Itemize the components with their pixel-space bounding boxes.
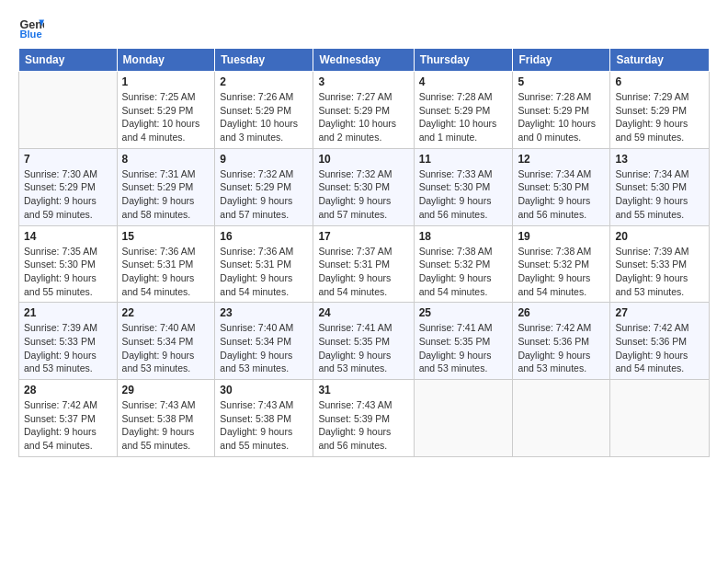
day-number: 8 bbox=[122, 153, 210, 166]
day-number: 18 bbox=[419, 230, 508, 243]
day-number: 24 bbox=[318, 306, 408, 319]
day-info: Sunrise: 7:41 AM Sunset: 5:35 PM Dayligh… bbox=[318, 321, 408, 375]
weekday-friday: Friday bbox=[513, 49, 610, 72]
day-info: Sunrise: 7:33 AM Sunset: 5:30 PM Dayligh… bbox=[419, 167, 508, 222]
day-info: Sunrise: 7:28 AM Sunset: 5:29 PM Dayligh… bbox=[419, 90, 508, 144]
day-info: Sunrise: 7:31 AM Sunset: 5:29 PM Dayligh… bbox=[122, 167, 210, 222]
day-number: 5 bbox=[518, 75, 605, 88]
day-cell bbox=[19, 72, 118, 149]
day-cell: 17Sunrise: 7:37 AM Sunset: 5:31 PM Dayli… bbox=[313, 225, 414, 303]
day-number: 9 bbox=[220, 153, 308, 166]
day-cell: 22Sunrise: 7:40 AM Sunset: 5:34 PM Dayli… bbox=[117, 303, 215, 380]
day-cell: 30Sunrise: 7:43 AM Sunset: 5:38 PM Dayli… bbox=[215, 380, 313, 457]
weekday-header-row: SundayMondayTuesdayWednesdayThursdayFrid… bbox=[19, 49, 710, 72]
day-info: Sunrise: 7:38 AM Sunset: 5:32 PM Dayligh… bbox=[419, 245, 508, 299]
day-cell: 2Sunrise: 7:26 AM Sunset: 5:29 PM Daylig… bbox=[215, 72, 313, 149]
day-info: Sunrise: 7:42 AM Sunset: 5:37 PM Dayligh… bbox=[24, 398, 112, 453]
day-cell bbox=[414, 380, 513, 457]
day-info: Sunrise: 7:25 AM Sunset: 5:29 PM Dayligh… bbox=[122, 90, 210, 144]
day-number: 7 bbox=[24, 153, 112, 166]
day-cell: 7Sunrise: 7:30 AM Sunset: 5:29 PM Daylig… bbox=[19, 148, 118, 225]
week-row-2: 7Sunrise: 7:30 AM Sunset: 5:29 PM Daylig… bbox=[19, 148, 710, 225]
calendar-table: SundayMondayTuesdayWednesdayThursdayFrid… bbox=[18, 48, 710, 457]
day-info: Sunrise: 7:32 AM Sunset: 5:29 PM Dayligh… bbox=[220, 167, 308, 222]
day-cell bbox=[513, 380, 610, 457]
day-cell: 15Sunrise: 7:36 AM Sunset: 5:31 PM Dayli… bbox=[117, 225, 215, 303]
day-info: Sunrise: 7:30 AM Sunset: 5:29 PM Dayligh… bbox=[24, 167, 112, 222]
day-cell: 25Sunrise: 7:41 AM Sunset: 5:35 PM Dayli… bbox=[414, 303, 513, 380]
day-info: Sunrise: 7:40 AM Sunset: 5:34 PM Dayligh… bbox=[122, 321, 210, 375]
day-cell: 28Sunrise: 7:42 AM Sunset: 5:37 PM Dayli… bbox=[19, 380, 118, 457]
weekday-sunday: Sunday bbox=[19, 49, 118, 72]
day-info: Sunrise: 7:36 AM Sunset: 5:31 PM Dayligh… bbox=[122, 245, 210, 299]
day-number: 28 bbox=[24, 384, 112, 396]
day-info: Sunrise: 7:28 AM Sunset: 5:29 PM Dayligh… bbox=[518, 90, 605, 144]
week-row-5: 28Sunrise: 7:42 AM Sunset: 5:37 PM Dayli… bbox=[19, 380, 710, 457]
day-number: 31 bbox=[318, 384, 408, 396]
day-number: 15 bbox=[122, 230, 210, 243]
logo-icon: General Blue bbox=[18, 15, 44, 40]
day-info: Sunrise: 7:38 AM Sunset: 5:32 PM Dayligh… bbox=[518, 245, 605, 299]
weekday-wednesday: Wednesday bbox=[313, 49, 414, 72]
day-number: 22 bbox=[122, 306, 210, 319]
day-cell: 14Sunrise: 7:35 AM Sunset: 5:30 PM Dayli… bbox=[19, 225, 118, 303]
week-row-4: 21Sunrise: 7:39 AM Sunset: 5:33 PM Dayli… bbox=[19, 303, 710, 380]
day-info: Sunrise: 7:26 AM Sunset: 5:29 PM Dayligh… bbox=[220, 90, 308, 144]
calendar-body: 1Sunrise: 7:25 AM Sunset: 5:29 PM Daylig… bbox=[19, 72, 710, 457]
day-number: 2 bbox=[220, 75, 308, 88]
day-number: 17 bbox=[318, 230, 408, 243]
day-info: Sunrise: 7:40 AM Sunset: 5:34 PM Dayligh… bbox=[220, 321, 308, 375]
day-number: 12 bbox=[518, 153, 605, 166]
day-info: Sunrise: 7:39 AM Sunset: 5:33 PM Dayligh… bbox=[24, 321, 112, 375]
day-number: 11 bbox=[419, 153, 508, 166]
header: General Blue bbox=[18, 15, 710, 40]
day-cell: 3Sunrise: 7:27 AM Sunset: 5:29 PM Daylig… bbox=[313, 72, 414, 149]
day-cell: 18Sunrise: 7:38 AM Sunset: 5:32 PM Dayli… bbox=[414, 225, 513, 303]
day-info: Sunrise: 7:42 AM Sunset: 5:36 PM Dayligh… bbox=[518, 321, 605, 375]
day-cell: 26Sunrise: 7:42 AM Sunset: 5:36 PM Dayli… bbox=[513, 303, 610, 380]
day-number: 3 bbox=[318, 75, 408, 88]
day-number: 13 bbox=[615, 153, 704, 166]
svg-text:Blue: Blue bbox=[19, 29, 41, 40]
weekday-saturday: Saturday bbox=[610, 49, 710, 72]
day-cell: 11Sunrise: 7:33 AM Sunset: 5:30 PM Dayli… bbox=[414, 148, 513, 225]
weekday-tuesday: Tuesday bbox=[215, 49, 313, 72]
day-info: Sunrise: 7:34 AM Sunset: 5:30 PM Dayligh… bbox=[615, 167, 704, 222]
day-number: 27 bbox=[615, 306, 704, 319]
logo: General Blue bbox=[18, 15, 44, 40]
day-number: 1 bbox=[122, 75, 210, 88]
day-info: Sunrise: 7:35 AM Sunset: 5:30 PM Dayligh… bbox=[24, 245, 112, 299]
day-info: Sunrise: 7:37 AM Sunset: 5:31 PM Dayligh… bbox=[318, 245, 408, 299]
day-info: Sunrise: 7:39 AM Sunset: 5:33 PM Dayligh… bbox=[615, 245, 704, 299]
day-cell: 19Sunrise: 7:38 AM Sunset: 5:32 PM Dayli… bbox=[513, 225, 610, 303]
day-cell: 5Sunrise: 7:28 AM Sunset: 5:29 PM Daylig… bbox=[513, 72, 610, 149]
day-info: Sunrise: 7:43 AM Sunset: 5:38 PM Dayligh… bbox=[122, 398, 210, 453]
day-info: Sunrise: 7:27 AM Sunset: 5:29 PM Dayligh… bbox=[318, 90, 408, 144]
day-info: Sunrise: 7:41 AM Sunset: 5:35 PM Dayligh… bbox=[419, 321, 508, 375]
week-row-3: 14Sunrise: 7:35 AM Sunset: 5:30 PM Dayli… bbox=[19, 225, 710, 303]
day-info: Sunrise: 7:43 AM Sunset: 5:39 PM Dayligh… bbox=[318, 398, 408, 453]
day-number: 6 bbox=[615, 75, 704, 88]
day-cell: 8Sunrise: 7:31 AM Sunset: 5:29 PM Daylig… bbox=[117, 148, 215, 225]
day-cell: 20Sunrise: 7:39 AM Sunset: 5:33 PM Dayli… bbox=[610, 225, 710, 303]
day-info: Sunrise: 7:32 AM Sunset: 5:30 PM Dayligh… bbox=[318, 167, 408, 222]
day-cell: 21Sunrise: 7:39 AM Sunset: 5:33 PM Dayli… bbox=[19, 303, 118, 380]
day-number: 21 bbox=[24, 306, 112, 319]
day-number: 14 bbox=[24, 230, 112, 243]
day-cell: 9Sunrise: 7:32 AM Sunset: 5:29 PM Daylig… bbox=[215, 148, 313, 225]
day-cell: 29Sunrise: 7:43 AM Sunset: 5:38 PM Dayli… bbox=[117, 380, 215, 457]
day-number: 10 bbox=[318, 153, 408, 166]
day-number: 29 bbox=[122, 384, 210, 396]
day-info: Sunrise: 7:34 AM Sunset: 5:30 PM Dayligh… bbox=[518, 167, 605, 222]
week-row-1: 1Sunrise: 7:25 AM Sunset: 5:29 PM Daylig… bbox=[19, 72, 710, 149]
day-number: 25 bbox=[419, 306, 508, 319]
day-number: 30 bbox=[220, 384, 308, 396]
day-number: 16 bbox=[220, 230, 308, 243]
day-cell: 27Sunrise: 7:42 AM Sunset: 5:36 PM Dayli… bbox=[610, 303, 710, 380]
day-cell bbox=[610, 380, 710, 457]
day-info: Sunrise: 7:42 AM Sunset: 5:36 PM Dayligh… bbox=[615, 321, 704, 375]
day-cell: 4Sunrise: 7:28 AM Sunset: 5:29 PM Daylig… bbox=[414, 72, 513, 149]
day-cell: 1Sunrise: 7:25 AM Sunset: 5:29 PM Daylig… bbox=[117, 72, 215, 149]
day-number: 20 bbox=[615, 230, 704, 243]
day-info: Sunrise: 7:36 AM Sunset: 5:31 PM Dayligh… bbox=[220, 245, 308, 299]
